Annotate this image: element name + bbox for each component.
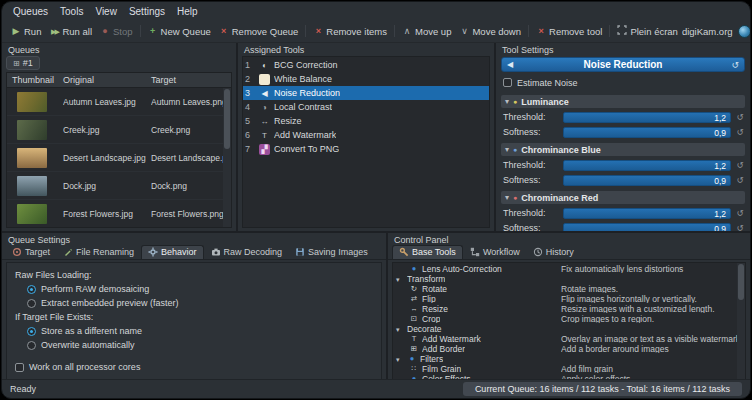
scrollbar-thumb[interactable]: [738, 264, 744, 300]
reset-icon[interactable]: ↺: [735, 112, 745, 122]
queue-item-row[interactable]: Forest Flowers.jpg Forest Flowers.png: [7, 200, 231, 228]
expander-icon[interactable]: ▾: [396, 326, 404, 333]
tool-row[interactable]: ▾ Transform: [393, 274, 745, 284]
collapse-icon[interactable]: ▾: [505, 97, 509, 106]
estimate-noise-checkbox[interactable]: [503, 78, 512, 87]
tab-saving-images[interactable]: Saving Images: [289, 246, 374, 259]
run-all-button[interactable]: ▶▶Run all: [45, 24, 96, 39]
stop-button[interactable]: ●Stop: [96, 24, 137, 39]
menu-item[interactable]: Queues: [7, 4, 54, 19]
move-up-button[interactable]: ∧Move up: [398, 24, 455, 39]
collapse-icon[interactable]: ▾: [505, 145, 509, 154]
radio-option[interactable]: Perform RAW demosaicing: [15, 282, 373, 296]
tool-index: 3: [245, 88, 255, 98]
tool-icon-glyph: ↔: [261, 117, 269, 126]
menu-item[interactable]: View: [89, 4, 123, 19]
threshold-slider[interactable]: 1,2: [563, 160, 731, 171]
tool-row[interactable]: ▾ ● Color Effects Apply color effects: [393, 374, 745, 379]
menu-item[interactable]: Settings: [123, 4, 171, 19]
fullscreen-button[interactable]: Plein écran: [613, 23, 682, 39]
tab-workflow[interactable]: Workflow: [464, 246, 526, 259]
new-queue-button[interactable]: +New Queue: [144, 24, 215, 39]
section-header[interactable]: ▾ ● Chrominance Blue: [501, 143, 745, 156]
radio-button[interactable]: [27, 341, 36, 350]
section-header[interactable]: ▾ ● Luminance: [501, 95, 745, 108]
tab-target-label: Target: [25, 247, 50, 257]
section-header[interactable]: ▾ ● Chrominance Red: [501, 191, 745, 204]
assigned-tool-row[interactable]: 5 ↔ Resize: [243, 114, 489, 128]
tab-target[interactable]: Target: [6, 246, 56, 259]
tool-row[interactable]: ▾ ∷ Film Grain Add film grain: [393, 364, 745, 374]
tab-file-renaming[interactable]: File Renaming: [57, 246, 140, 259]
radio-button[interactable]: [27, 299, 36, 308]
run-button[interactable]: ▶Run: [7, 24, 45, 39]
remove-queue-button[interactable]: ×Remove Queue: [215, 24, 303, 39]
assigned-tool-row[interactable]: 6 T Add Watermark: [243, 128, 489, 142]
expander-icon[interactable]: ▾: [396, 356, 404, 363]
assigned-tool-row[interactable]: 1 ◐ BCG Correction: [243, 58, 489, 72]
assigned-tool-row[interactable]: 2 White Balance: [243, 72, 489, 86]
softness-slider[interactable]: 0,9: [563, 175, 731, 186]
tab-behavior[interactable]: Behavior: [141, 245, 204, 259]
column-target[interactable]: Target: [151, 75, 231, 85]
reset-icon[interactable]: ↺: [735, 127, 745, 137]
softness-slider[interactable]: 0,9: [563, 127, 731, 138]
collapse-icon[interactable]: ▾: [505, 193, 509, 202]
reset-icon[interactable]: ↺: [735, 160, 745, 170]
threshold-slider[interactable]: 1,2: [563, 208, 731, 219]
tool-row[interactable]: ▾ Decorate: [393, 324, 745, 334]
tool-name-cell: ▾ ⊡ Crop: [393, 315, 561, 324]
queue-item-row[interactable]: Creek.jpg Creek.png: [7, 116, 231, 144]
tab-base-tools[interactable]: Base Tools: [392, 245, 463, 259]
assigned-tool-row[interactable]: 4 ◑ Local Contrast: [243, 100, 489, 114]
reset-icon[interactable]: ↺: [735, 175, 745, 185]
reset-icon[interactable]: ↺: [735, 223, 745, 231]
queue-tab-1[interactable]: ⊞ #1: [6, 56, 40, 70]
radio-option[interactable]: Store as a different name: [15, 324, 373, 338]
assigned-tool-row[interactable]: 7 ▞ Convert To PNG: [243, 142, 489, 156]
radio-button[interactable]: [27, 327, 36, 336]
remove-tool-button[interactable]: ×Remove tool: [532, 24, 606, 39]
radio-option[interactable]: Extract embedded preview (faster): [15, 296, 373, 310]
remove-items-icon: ×: [313, 27, 323, 36]
tool-row[interactable]: ▾ ⇄ Flip Flip images horizontally or ver…: [393, 294, 745, 304]
queue-item-row[interactable]: Dock.jpg Dock.png: [7, 172, 231, 200]
tool-row[interactable]: ▾ ↻ Rotate Rotate images.: [393, 284, 745, 294]
column-original[interactable]: Original: [63, 75, 151, 85]
tab-raw-decoding[interactable]: Raw Decoding: [205, 246, 289, 259]
tool-label: Add Watermark: [274, 130, 336, 140]
move-down-button[interactable]: ∨Move down: [455, 24, 525, 39]
threshold-slider[interactable]: 1,2: [563, 112, 731, 123]
queue-scrollbar[interactable]: [223, 88, 231, 227]
reset-icon[interactable]: ↺: [735, 208, 745, 218]
tool-row[interactable]: ▾ ● Filters: [393, 354, 745, 364]
tool-row[interactable]: ▾ T Add Watermark Overlay an image or te…: [393, 334, 745, 344]
tool-name: Transform: [407, 275, 445, 284]
scrollbar-thumb[interactable]: [224, 89, 230, 149]
processor-cores-option[interactable]: Work on all processor cores: [15, 360, 373, 374]
softness-slider[interactable]: 0,9: [563, 223, 731, 232]
queue-item-row[interactable]: Autumn Leaves.jpg Autumn Leaves.png: [7, 88, 231, 116]
column-thumbnail[interactable]: Thumbnail: [7, 75, 63, 85]
radio-option[interactable]: Overwrite automatically: [15, 338, 373, 352]
tool-row[interactable]: ▾ ↔ Resize Resize images with a customiz…: [393, 304, 745, 314]
estimate-noise-label: Estimate Noise: [517, 78, 578, 88]
threshold-label: Threshold:: [503, 160, 559, 170]
processor-cores-checkbox[interactable]: [15, 363, 24, 372]
radio-button[interactable]: [27, 285, 36, 294]
menu-item[interactable]: Tools: [54, 4, 89, 19]
tool-index: 1: [245, 60, 255, 70]
tab-history[interactable]: History: [527, 246, 580, 259]
estimate-noise-option[interactable]: Estimate Noise: [503, 75, 745, 90]
queue-item-row[interactable]: Desert Landscape.jpg Desert Landscape.pn…: [7, 144, 231, 172]
tool-row[interactable]: ▾ ● Lens Auto-Correction Fix automatical…: [393, 264, 745, 274]
menu-item[interactable]: Help: [171, 4, 204, 19]
tool-icon-glyph: T: [262, 131, 267, 140]
tool-row[interactable]: ▾ ⊡ Crop Crop images to a region.: [393, 314, 745, 324]
remove-items-button[interactable]: ×Remove items: [309, 24, 391, 39]
reset-tool-icon[interactable]: ↺: [731, 60, 739, 70]
assigned-tool-row[interactable]: 3 ◀ Noise Reduction: [243, 86, 489, 100]
tool-row[interactable]: ▾ ⊞ Add Border Add a border around image…: [393, 344, 745, 354]
expander-icon[interactable]: ▾: [396, 276, 404, 283]
control-panel-scrollbar[interactable]: [737, 263, 745, 379]
